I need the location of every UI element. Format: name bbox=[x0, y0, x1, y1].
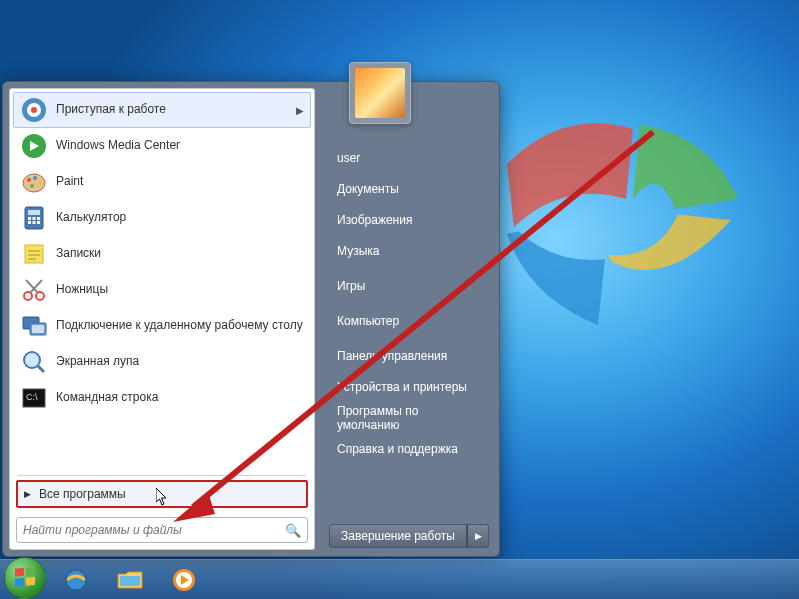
folder-icon bbox=[116, 568, 144, 592]
taskbar bbox=[0, 559, 799, 599]
program-item-getting-started[interactable]: Приступая к работе▶ bbox=[13, 92, 311, 128]
svg-point-5 bbox=[27, 178, 31, 182]
shutdown-button[interactable]: Завершение работы bbox=[329, 524, 467, 548]
program-item-wmc[interactable]: Windows Media Center bbox=[13, 128, 311, 164]
svg-rect-27 bbox=[32, 325, 44, 333]
program-item-paint[interactable]: Paint bbox=[13, 164, 311, 200]
right-pane-link[interactable]: Компьютер bbox=[329, 305, 489, 336]
right-pane-link[interactable]: Изображения bbox=[329, 204, 489, 235]
svg-rect-12 bbox=[33, 217, 36, 220]
svg-rect-13 bbox=[37, 217, 40, 220]
program-item-cmd[interactable]: C:\Командная строка bbox=[13, 380, 311, 416]
submenu-arrow-icon: ▶ bbox=[296, 105, 304, 116]
right-pane-link[interactable]: Документы bbox=[329, 173, 489, 204]
triangle-right-icon: ▶ bbox=[24, 489, 31, 499]
search-container: 🔍 bbox=[10, 511, 314, 549]
program-label: Ножницы bbox=[56, 283, 304, 297]
right-pane-link[interactable]: Музыка bbox=[329, 235, 489, 266]
paint-icon bbox=[20, 168, 48, 196]
windows-flag-icon bbox=[13, 566, 37, 590]
search-icon: 🔍 bbox=[285, 523, 301, 538]
start-menu-right-pane: user ДокументыИзображенияМузыкаИгрыКомпь… bbox=[315, 82, 499, 556]
magnifier-icon bbox=[20, 348, 48, 376]
program-label: Paint bbox=[56, 175, 304, 189]
svg-rect-10 bbox=[28, 210, 40, 215]
right-pane-link[interactable]: Панель управления bbox=[329, 340, 489, 371]
all-programs-label: Все программы bbox=[39, 487, 126, 501]
cursor-icon bbox=[156, 488, 170, 509]
user-name-link[interactable]: user bbox=[329, 142, 489, 173]
svg-point-8 bbox=[30, 184, 34, 188]
program-item-snip[interactable]: Ножницы bbox=[13, 272, 311, 308]
svg-rect-39 bbox=[120, 576, 140, 586]
program-label: Приступая к работе bbox=[56, 103, 288, 117]
svg-point-7 bbox=[38, 180, 42, 184]
separator bbox=[18, 475, 306, 476]
desktop: Приступая к работе▶Windows Media CenterP… bbox=[0, 0, 799, 599]
svg-rect-16 bbox=[37, 221, 40, 224]
windows-logo-icon bbox=[479, 80, 759, 360]
svg-rect-35 bbox=[15, 577, 24, 586]
svg-rect-11 bbox=[28, 217, 31, 220]
user-picture-icon bbox=[355, 68, 405, 118]
ie-icon bbox=[63, 567, 89, 593]
shutdown-row: Завершение работы ▶ bbox=[329, 524, 489, 548]
svg-rect-17 bbox=[25, 245, 43, 263]
program-list: Приступая к работе▶Windows Media CenterP… bbox=[10, 89, 314, 474]
wmc-icon bbox=[20, 132, 48, 160]
wmp-icon bbox=[171, 567, 197, 593]
program-label: Windows Media Center bbox=[56, 139, 304, 153]
right-pane-link[interactable]: Устройства и принтеры bbox=[329, 371, 489, 402]
right-pane-link[interactable]: Справка и поддержка bbox=[329, 433, 489, 464]
svg-rect-15 bbox=[33, 221, 36, 224]
shutdown-options-button[interactable]: ▶ bbox=[467, 524, 489, 548]
svg-rect-36 bbox=[26, 576, 35, 585]
program-label: Калькулятор bbox=[56, 211, 304, 225]
svg-rect-14 bbox=[28, 221, 31, 224]
svg-text:C:\: C:\ bbox=[26, 392, 38, 402]
svg-line-29 bbox=[38, 366, 44, 372]
program-item-calc[interactable]: Калькулятор bbox=[13, 200, 311, 236]
start-menu-left-pane: Приступая к работе▶Windows Media CenterP… bbox=[9, 88, 315, 550]
svg-point-28 bbox=[24, 352, 40, 368]
all-programs-button[interactable]: ▶ Все программы bbox=[16, 480, 308, 508]
right-pane-link[interactable]: Программы по умолчанию bbox=[329, 402, 489, 433]
snip-icon bbox=[20, 276, 48, 304]
svg-point-2 bbox=[31, 107, 37, 113]
getting-started-icon bbox=[20, 96, 48, 124]
cmd-icon: C:\ bbox=[20, 384, 48, 412]
rdp-icon bbox=[20, 312, 48, 340]
program-item-magnifier[interactable]: Экранная лупа bbox=[13, 344, 311, 380]
right-pane-link[interactable]: Игры bbox=[329, 270, 489, 301]
notes-icon bbox=[20, 240, 48, 268]
calc-icon bbox=[20, 204, 48, 232]
program-label: Записки bbox=[56, 247, 304, 261]
taskbar-wmp-button[interactable] bbox=[160, 564, 208, 596]
taskbar-ie-button[interactable] bbox=[52, 564, 100, 596]
user-picture-frame[interactable] bbox=[349, 62, 411, 124]
program-label: Командная строка bbox=[56, 391, 304, 405]
search-box[interactable]: 🔍 bbox=[16, 517, 308, 543]
program-label: Подключение к удаленному рабочему столу bbox=[56, 319, 304, 333]
svg-rect-34 bbox=[26, 566, 35, 575]
start-menu: Приступая к работе▶Windows Media CenterP… bbox=[2, 81, 500, 557]
program-item-rdp[interactable]: Подключение к удаленному рабочему столу bbox=[13, 308, 311, 344]
start-button[interactable] bbox=[4, 557, 46, 599]
program-label: Экранная лупа bbox=[56, 355, 304, 369]
taskbar-explorer-button[interactable] bbox=[106, 564, 154, 596]
search-input[interactable] bbox=[23, 523, 285, 537]
program-item-notes[interactable]: Записки bbox=[13, 236, 311, 272]
svg-point-6 bbox=[33, 176, 37, 180]
svg-rect-33 bbox=[15, 567, 24, 576]
